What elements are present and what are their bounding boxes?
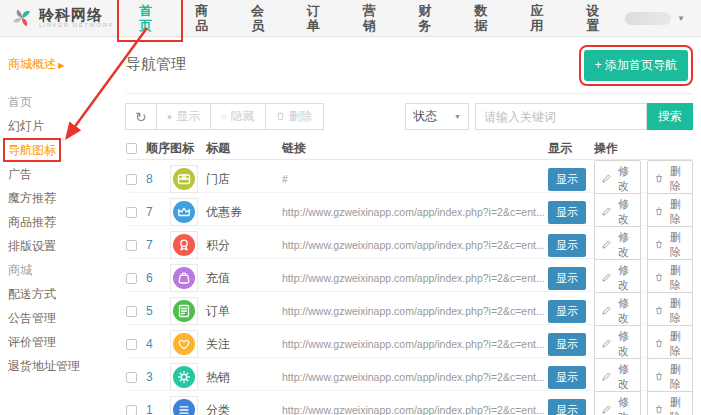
- row-checkbox[interactable]: [126, 207, 137, 218]
- medal-icon: [173, 234, 195, 256]
- row-checkbox[interactable]: [126, 372, 137, 383]
- bulk-show-button[interactable]: ● 显示: [156, 103, 211, 130]
- row-checkbox[interactable]: [126, 339, 137, 350]
- row-title: 积分: [206, 237, 282, 254]
- row-checkbox[interactable]: [126, 306, 137, 317]
- sidebar-item[interactable]: 幻灯片: [8, 119, 44, 133]
- sidebar-item[interactable]: 退货地址管理: [8, 359, 80, 373]
- top-nav-item[interactable]: 营销: [346, 0, 402, 37]
- user-menu[interactable]: ▼: [625, 12, 685, 25]
- top-nav-item[interactable]: 设置: [569, 0, 625, 37]
- heart-icon: [173, 333, 195, 355]
- add-home-nav-button[interactable]: + 添加首页导航: [584, 50, 688, 81]
- row-show-button[interactable]: 显示: [548, 333, 586, 356]
- row-show-button[interactable]: 显示: [548, 201, 586, 224]
- row-checkbox[interactable]: [126, 405, 137, 415]
- column-header-link: 链接: [282, 140, 548, 157]
- bulk-delete-button[interactable]: 删除: [265, 103, 324, 130]
- app-logo: 聆科网络 LINKER NETWORK: [0, 6, 114, 30]
- logo-title: 聆科网络: [39, 7, 114, 22]
- column-header-ops: 操作: [594, 140, 693, 157]
- top-header: 聆科网络 LINKER NETWORK 首页商品会员订单营销财务数据应用设置 ▼: [0, 0, 701, 37]
- table-row: 5订单http://www.gzweixinapp.com/app/index.…: [126, 292, 693, 325]
- row-show-button[interactable]: 显示: [548, 267, 586, 290]
- row-checkbox[interactable]: [126, 240, 137, 251]
- row-order: 3: [146, 370, 170, 384]
- row-title: 门店: [206, 171, 282, 188]
- refresh-button[interactable]: ↻: [125, 103, 157, 130]
- row-icon-frame: [170, 165, 198, 193]
- trash-icon: [655, 371, 663, 383]
- row-link: http://www.gzweixinapp.com/app/index.php…: [282, 206, 548, 218]
- pencil-icon: [602, 272, 611, 284]
- table-row: 7积分http://www.gzweixinapp.com/app/index.…: [126, 226, 693, 259]
- search-button[interactable]: 搜索: [647, 103, 693, 130]
- row-link: http://www.gzweixinapp.com/app/index.php…: [282, 404, 548, 415]
- sidebar-item[interactable]: 广告: [8, 167, 32, 181]
- table-row: 7优惠券http://www.gzweixinapp.com/app/index…: [126, 193, 693, 226]
- top-nav-item[interactable]: 订单: [290, 0, 346, 37]
- page-title: 导航管理: [126, 55, 186, 74]
- logo-subtitle: LINKER NETWORK: [39, 22, 114, 29]
- trash-icon: [655, 272, 663, 284]
- row-link: http://www.gzweixinapp.com/app/index.php…: [282, 305, 548, 317]
- trash-icon: [276, 110, 285, 124]
- sidebar-item: 首页: [8, 95, 32, 109]
- nav-table: 顺序 图标 标题 链接 显示 操作 8门店#显示修改删除7优惠券http://w…: [126, 138, 693, 415]
- top-nav-item[interactable]: 会员: [234, 0, 290, 37]
- row-checkbox[interactable]: [126, 273, 137, 284]
- pencil-icon: [602, 338, 611, 350]
- trash-icon: [655, 206, 663, 218]
- column-header-show: 显示: [548, 140, 594, 157]
- status-select[interactable]: 状态 ▼: [405, 103, 469, 130]
- column-header-icon: 图标: [170, 140, 206, 157]
- pencil-icon: [602, 239, 611, 251]
- row-show-button[interactable]: 显示: [548, 366, 586, 389]
- row-icon-frame: [170, 231, 198, 259]
- table-row: 1分类http://www.gzweixinapp.com/app/index.…: [126, 391, 693, 415]
- pencil-icon: [602, 404, 611, 415]
- top-nav-item[interactable]: 数据: [457, 0, 513, 37]
- sidebar-item[interactable]: 导航图标: [8, 143, 56, 157]
- row-icon-frame: [170, 264, 198, 292]
- crown-icon: [173, 201, 195, 223]
- table-row: 3热销http://www.gzweixinapp.com/app/index.…: [126, 358, 693, 391]
- row-order: 4: [146, 337, 170, 351]
- row-edit-button[interactable]: 修改: [594, 391, 641, 415]
- main-content: 导航管理 + 添加首页导航 ↻ ● 显示 ○ 隐藏 删除: [122, 37, 701, 415]
- row-link: http://www.gzweixinapp.com/app/index.php…: [282, 371, 548, 383]
- sidebar-item[interactable]: 公告管理: [8, 311, 56, 325]
- sidebar-item[interactable]: 魔方推荐: [8, 191, 56, 205]
- row-title: 订单: [206, 303, 282, 320]
- sidebar-item[interactable]: 配送方式: [8, 287, 56, 301]
- row-checkbox[interactable]: [126, 174, 137, 185]
- row-show-button[interactable]: 显示: [548, 300, 586, 323]
- row-order: 7: [146, 238, 170, 252]
- bulk-hide-button[interactable]: ○ 隐藏: [210, 103, 265, 130]
- search-input[interactable]: [475, 103, 647, 130]
- row-order: 6: [146, 271, 170, 285]
- sidebar-item[interactable]: 商城概述 ▶: [8, 57, 64, 73]
- row-link: http://www.gzweixinapp.com/app/index.php…: [282, 272, 548, 284]
- row-show-button[interactable]: 显示: [548, 399, 586, 415]
- row-link: http://www.gzweixinapp.com/app/index.php…: [282, 338, 548, 350]
- top-nav-item[interactable]: 首页: [122, 0, 178, 37]
- table-header-row: 顺序 图标 标题 链接 显示 操作: [126, 138, 693, 160]
- select-all-checkbox[interactable]: [126, 143, 137, 154]
- top-nav-item[interactable]: 商品: [178, 0, 234, 37]
- top-nav-item[interactable]: 应用: [513, 0, 569, 37]
- top-nav-item[interactable]: 财务: [402, 0, 458, 37]
- row-title: 优惠券: [206, 204, 282, 221]
- sidebar-item[interactable]: 排版设置: [8, 239, 56, 253]
- row-order: 1: [146, 403, 170, 415]
- menu-lines-icon: [173, 399, 195, 415]
- table-body: 8门店#显示修改删除7优惠券http://www.gzweixinapp.com…: [126, 160, 693, 415]
- row-show-button[interactable]: 显示: [548, 234, 586, 257]
- sidebar-item[interactable]: 评价管理: [8, 335, 56, 349]
- row-delete-button[interactable]: 删除: [647, 391, 693, 415]
- chevron-right-icon: ▶: [56, 61, 64, 70]
- sidebar-item[interactable]: 商品推荐: [8, 215, 56, 229]
- row-show-button[interactable]: 显示: [548, 168, 586, 191]
- column-header-title: 标题: [206, 140, 282, 157]
- row-order: 8: [146, 172, 170, 186]
